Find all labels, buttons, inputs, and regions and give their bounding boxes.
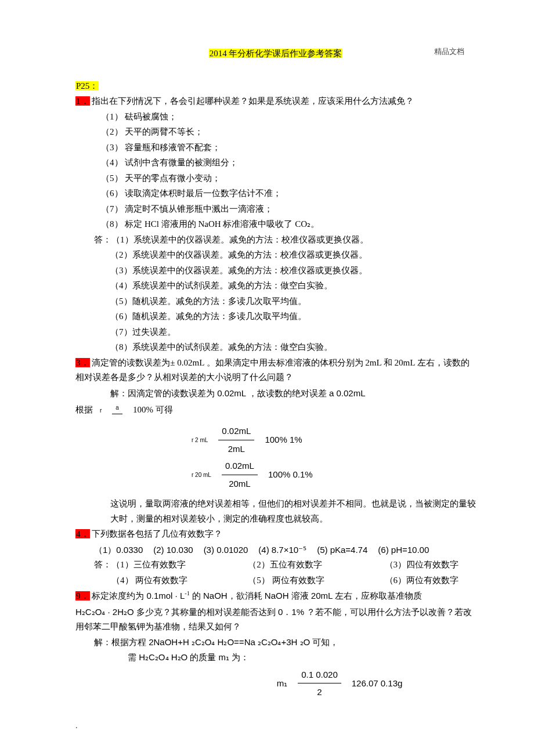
q1-stem: 指出在下列情况下，各会引起哪种误差？如果是系统误差，应该采用什么方法减免？ <box>92 96 414 106</box>
q3-stem-line: 3． 滴定管的读数误差为± 0.02mL 。如果滴定中用去标准溶液的体积分别为 … <box>75 356 476 385</box>
numerator: a <box>112 403 122 414</box>
q4-ans-text: （1）三位有效数字 <box>111 560 186 569</box>
q1-item: （5） 天平的零点有微小变动； <box>75 171 476 186</box>
q9-stem-line2: H₂C₂O₄ · 2H₂O 多少克？其称量的相对误差能否达到 0．1% ？若不能… <box>75 605 476 634</box>
symbol-r: r <box>100 406 102 415</box>
row-label: r 2 mL <box>192 435 208 445</box>
q4-number: 4． <box>75 529 90 538</box>
q4-answer-row1: 答：（1）三位有效数字 （2）五位有效数字 （3）四位有效数字 <box>75 558 476 573</box>
q3-calc-row1: r 2 mL 0.02mL 2mL 100% 1% <box>192 424 476 456</box>
denominator-empty <box>112 414 122 418</box>
title-text: 2014 年分析化学课后作业参考答案 <box>209 49 343 58</box>
denominator: 20mL <box>222 475 258 491</box>
row-result: 100% 1% <box>265 432 302 447</box>
watermark: 精品文档 <box>434 45 464 58</box>
q4-answer: （6）两位有效数字 <box>385 573 459 588</box>
q1-answer: （5）随机误差。减免的方法：多读几次取平均值。 <box>75 294 476 309</box>
q1-item: （4） 试剂中含有微量的被测组分； <box>75 155 476 171</box>
q9-sol1: 解：根据方程 2NaOH+H ₂C₂O₄ H₂O==Na ₂C₂O₄+3H ₂O… <box>75 635 476 650</box>
q3-calc-block: r 2 mL 0.02mL 2mL 100% 1% r 20 mL 0.02mL… <box>192 424 476 491</box>
q1-answer: （3）系统误差中的仪器误差。减免的方法：校准仪器或更换仪器。 <box>75 263 476 278</box>
q4-answer-row2: （4） 两位有效数字 （5） 两位有效数字 （6）两位有效数字 <box>75 573 476 588</box>
q1-item: （2） 天平的两臂不等长； <box>75 125 476 140</box>
q4-data: (2) 10.030 <box>153 542 193 558</box>
q9-stem-line: 9． 标定浓度约为 0.1mol · L-1 的 NaOH，欲消耗 NaOH 溶… <box>75 588 476 604</box>
q1-item: （6） 读取滴定体积时最后一位数字估计不准； <box>75 186 476 201</box>
q1-answer: （7）过失误差。 <box>75 325 476 340</box>
q1-item: （1） 砝码被腐蚀； <box>75 110 476 125</box>
document-title: 2014 年分析化学课后作业参考答案 <box>75 46 476 62</box>
exponent: -1 <box>185 590 189 596</box>
q1-item: （7） 滴定时不慎从锥形瓶中溅出一滴溶液； <box>75 202 476 217</box>
q4-answer: （3）四位有效数字 <box>385 558 459 573</box>
q9-stem-a: 标定浓度约为 0.1mol · L <box>92 591 185 601</box>
numerator: 0.02mL <box>222 458 258 475</box>
m1-label: m₁ <box>277 676 288 691</box>
fraction: 0.02mL 2mL <box>218 424 254 456</box>
q1-answer: （2）系统误差中的仪器误差。减免的方法：校准仪器或更换仪器。 <box>75 248 476 263</box>
q4-answer: （2）五位有效数字 <box>248 558 322 573</box>
q1-item: （3） 容量瓶和移液管不配套； <box>75 140 476 155</box>
document-page: 精品文档 2014 年分析化学课后作业参考答案 P25： 1． 指出在下列情况下… <box>0 0 534 756</box>
fraction: 0.1 0.020 2 <box>298 667 341 700</box>
q9-m1-formula: m₁ 0.1 0.020 2 126.07 0.13g <box>203 667 476 700</box>
q9-stem-b: 的 NaOH，欲消耗 NaOH 溶液 20mL 左右，应称取基准物质 <box>190 591 422 601</box>
footer-mark: . <box>75 719 78 733</box>
q1-answer: （4）系统误差中的试剂误差。减免的方法：做空白实验。 <box>75 278 476 294</box>
q3-solution-line: 解：因滴定管的读数误差为 0.02mL ，故读数的绝对误差 a 0.02mL <box>75 386 476 401</box>
row-label: r 20 mL <box>192 470 211 480</box>
answer-label: 答： <box>94 560 111 569</box>
q1-answer: 答：（1）系统误差中的仪器误差。减免的方法：校准仪器或更换仪器。 <box>75 233 476 248</box>
section-label: P25： <box>75 81 99 91</box>
q4-data: (4) 8.7×10⁻⁵ <box>258 542 306 558</box>
denominator: 2mL <box>218 440 254 457</box>
q4-data-row: （1）0.0330 (2) 10.030 (3) 0.01020 (4) 8.7… <box>75 542 476 558</box>
numerator: 0.1 0.020 <box>298 667 341 684</box>
q1-item: （8） 标定 HCl 溶液用的 NaOH 标准溶液中吸收了 CO₂。 <box>75 217 476 232</box>
q1-answer-text: （1）系统误差中的仪器误差。减免的方法：校准仪器或更换仪器。 <box>111 235 369 244</box>
answer-label: 答： <box>94 235 111 244</box>
q9-sol2: 需 H₂C₂O₄ H₂O 的质量 m₁ 为： <box>75 650 476 665</box>
numerator: 0.02mL <box>218 424 254 440</box>
fraction: 0.02mL 20mL <box>222 458 258 491</box>
m1-result: 126.07 0.13g <box>352 676 403 691</box>
q3-formula-relative: 根据 r a 100% 可得 <box>75 403 476 418</box>
row-result: 100% 0.1% <box>268 467 313 482</box>
formula-prefix: 根据 <box>75 403 93 418</box>
q3-stem: 滴定管的读数误差为± 0.02mL 。如果滴定中用去标准溶液的体积分别为 2mL… <box>75 358 470 382</box>
q3-conclusion: 这说明，量取两溶液的绝对误差相等，但他们的相对误差并不相同。也就是说，当被测定的… <box>75 497 476 526</box>
q4-stem-line: 4． 下列数据各包括了几位有效数字？ <box>75 527 476 542</box>
q1-number: 1． <box>75 96 90 106</box>
q4-data: (5) pKa=4.74 <box>317 542 367 558</box>
q4-data: (3) 0.01020 <box>204 542 248 558</box>
q4-data: （1）0.0330 <box>94 542 143 558</box>
q3-calc-row2: r 20 mL 0.02mL 20mL 100% 0.1% <box>192 458 476 491</box>
q4-answer: （4） 两位有效数字 <box>111 573 187 588</box>
q1-answer: （8）系统误差中的试剂误差。减免的方法：做空白实验。 <box>75 340 476 355</box>
formula-suffix: 100% 可得 <box>133 403 173 418</box>
q4-stem: 下列数据各包括了几位有效数字？ <box>92 529 222 538</box>
q4-answer: （5） 两位有效数字 <box>248 573 324 588</box>
q4-answer: 答：（1）三位有效数字 <box>94 558 186 573</box>
q1-answer: （6）随机误差。减免的方法：多读几次取平均值。 <box>75 309 476 324</box>
denominator: 2 <box>298 683 341 700</box>
fraction: a <box>112 403 122 418</box>
q4-data: (6) pH=10.00 <box>378 542 429 558</box>
q9-number: 9． <box>75 591 90 601</box>
q3-number: 3． <box>75 358 90 367</box>
section-header: P25： <box>75 79 476 94</box>
q1-stem-line: 1． 指出在下列情况下，各会引起哪种误差？如果是系统误差，应该采用什么方法减免？ <box>75 94 476 109</box>
